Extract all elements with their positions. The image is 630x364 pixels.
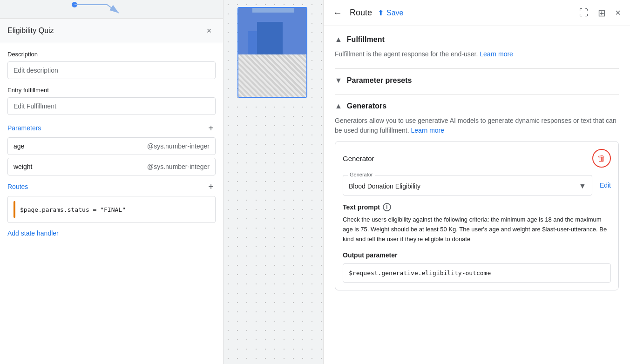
right-header: ← Route ⬆ Save ⛶ ⊞ × <box>324 0 630 26</box>
expand-button[interactable]: ⛶ <box>577 6 590 20</box>
close-panel-button[interactable]: × <box>613 6 623 20</box>
routes-link[interactable]: Routes <box>7 183 28 190</box>
fulfillment-section: ▲ Fulfillment Fulfillment is the agent r… <box>335 35 619 59</box>
param-name-age: age <box>14 142 24 150</box>
parameter-presets-section: ▼ Parameter presets <box>335 76 619 85</box>
save-button[interactable]: ⬆ Save <box>378 8 403 17</box>
fulfillment-chevron-up: ▲ <box>335 35 342 44</box>
flow-arrow-svg <box>47 0 140 19</box>
param-row-age: age @sys.number-integer <box>7 137 216 155</box>
info-icon: i <box>383 203 391 211</box>
generators-description: Generators allow you to use generative A… <box>335 116 619 135</box>
left-panel: Eligibility Quiz × Description Edit desc… <box>0 0 224 364</box>
canvas-top-bar <box>252 8 294 13</box>
right-content: ▲ Fulfillment Fulfillment is the agent r… <box>324 26 630 364</box>
add-parameter-button[interactable]: + <box>206 122 216 134</box>
presets-chevron-down: ▼ <box>335 76 342 85</box>
canvas-node-top <box>238 8 306 54</box>
delete-generator-button[interactable]: 🗑 <box>592 149 611 168</box>
param-row-weight: weight @sys.number-integer <box>7 158 216 175</box>
description-label: Description <box>7 51 216 58</box>
flow-canvas <box>224 0 324 364</box>
save-upload-icon: ⬆ <box>378 8 384 17</box>
flow-header <box>0 0 223 19</box>
fulfillment-description: Fulfillment is the agent response for th… <box>335 49 619 59</box>
output-param-label: Output parameter <box>343 251 611 259</box>
generator-select-label: Generator <box>348 172 375 177</box>
right-header-icons: ⛶ ⊞ × <box>577 6 623 20</box>
generators-section: ▲ Generators Generators allow you to use… <box>335 102 619 290</box>
parameters-header: Parameters + <box>7 122 216 134</box>
entry-fulfillment-label: Entry fulfillment <box>7 87 216 94</box>
generators-chevron-up: ▲ <box>335 102 342 110</box>
route-row[interactable]: $page.params.status = "FINAL" <box>7 196 216 223</box>
divider-1 <box>335 68 619 69</box>
generator-select-row: Generator Blood Donation Eligibility ▼ E… <box>343 175 611 195</box>
add-state-handler-button[interactable]: Add state handler <box>7 226 59 241</box>
add-route-button[interactable]: + <box>206 181 216 192</box>
back-button[interactable]: ← <box>331 6 344 20</box>
fulfillment-learn-more[interactable]: Learn more <box>480 50 513 58</box>
route-title: Route <box>350 8 372 18</box>
generators-learn-more[interactable]: Learn more <box>411 127 444 134</box>
canvas-door <box>257 22 283 54</box>
fulfillment-field[interactable]: Edit Fulfillment <box>7 97 216 115</box>
canvas-node-bottom <box>238 54 306 98</box>
generator-card-title: Generator <box>343 155 374 162</box>
divider-2 <box>335 94 619 94</box>
text-prompt-content: Check the users eligibility against the … <box>343 215 611 244</box>
edit-generator-button[interactable]: Edit <box>600 182 611 189</box>
generator-card: Generator 🗑 Generator Blood Donation Eli… <box>335 141 619 290</box>
generators-title: Generators <box>347 102 386 110</box>
canvas-node <box>237 7 307 98</box>
trash-icon: 🗑 <box>597 154 606 163</box>
panel-title: Eligibility Quiz <box>7 27 54 35</box>
output-param-field[interactable]: $request.generative.eligibility-outcome <box>343 263 611 283</box>
generator-select-value: Blood Donation Eligibility ▼ <box>343 175 592 195</box>
param-type-age: @sys.number-integer <box>147 142 210 150</box>
right-panel: ← Route ⬆ Save ⛶ ⊞ × ▲ Fulfillment Fulfi… <box>324 0 630 364</box>
generator-card-header: Generator 🗑 <box>343 149 611 168</box>
parameter-presets-header[interactable]: ▼ Parameter presets <box>335 76 619 85</box>
right-header-left: ← Route ⬆ Save <box>331 6 404 20</box>
parameters-link[interactable]: Parameters <box>7 124 41 132</box>
panel-close-button[interactable]: × <box>203 24 216 37</box>
save-label: Save <box>386 9 403 17</box>
routes-header: Routes + <box>7 181 216 192</box>
param-type-weight: @sys.number-integer <box>147 163 210 170</box>
grid-button[interactable]: ⊞ <box>596 6 608 20</box>
fulfillment-title: Fulfillment <box>347 35 385 44</box>
left-content: Description Edit description Entry fulfi… <box>0 43 223 364</box>
parameter-presets-title: Parameter presets <box>347 76 412 85</box>
route-indicator <box>14 201 15 218</box>
text-prompt-label: Text prompt <box>343 203 380 211</box>
text-prompt-header: Text prompt i <box>343 203 611 211</box>
fulfillment-header[interactable]: ▲ Fulfillment <box>335 35 619 44</box>
generators-header[interactable]: ▲ Generators <box>335 102 619 110</box>
description-field[interactable]: Edit description <box>7 61 216 79</box>
select-arrow-icon: ▼ <box>579 182 586 190</box>
panel-title-bar: Eligibility Quiz × <box>0 19 223 43</box>
route-condition: $page.params.status = "FINAL" <box>20 206 126 213</box>
param-name-weight: weight <box>14 163 32 170</box>
generator-select[interactable]: Generator Blood Donation Eligibility ▼ <box>343 175 592 195</box>
